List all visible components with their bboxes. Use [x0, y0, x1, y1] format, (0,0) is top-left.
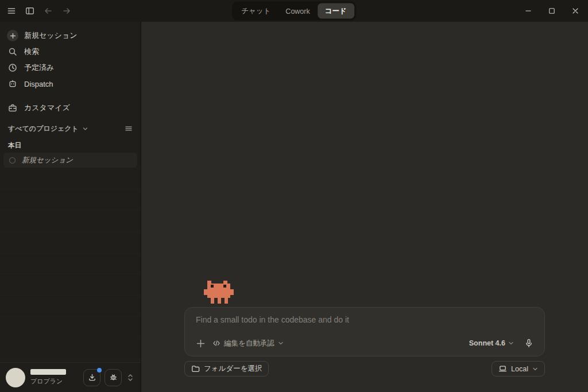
account-actions — [83, 369, 135, 386]
notification-dot — [97, 368, 102, 372]
user-name-redacted — [30, 369, 66, 375]
chevron-down-icon — [278, 340, 284, 346]
plan-label: プロプラン — [30, 377, 66, 386]
auto-approve-label: 編集を自動承認 — [224, 339, 274, 348]
session-list-item[interactable]: 新規セッション — [3, 153, 137, 168]
app-window: チャット Cowork コード 新規セッション — [0, 0, 588, 392]
back-arrow-icon[interactable] — [40, 3, 56, 19]
sidebar: 新規セッション 検索 予定済み Dispatch — [0, 22, 141, 392]
download-button[interactable] — [83, 369, 100, 386]
account-footer[interactable]: プロプラン — [0, 362, 141, 392]
composer-controls: 編集を自動承認 Sonnet 4.6 — [193, 336, 536, 351]
sidebar-item-search[interactable]: 検索 — [0, 44, 141, 60]
composer-box: 編集を自動承認 Sonnet 4.6 — [184, 307, 545, 356]
sidebar-empty-area — [0, 168, 141, 362]
spinner-icon — [9, 157, 16, 164]
auto-approve-edits-button[interactable]: 編集を自動承認 — [208, 336, 288, 351]
sidebar-item-scheduled[interactable]: 予定済み — [0, 60, 141, 76]
projects-filter-label[interactable]: すべてのプロジェクト — [8, 124, 79, 134]
microphone-icon — [524, 338, 534, 348]
plus-icon — [7, 30, 18, 41]
sidebar-item-label: 新規セッション — [24, 30, 78, 41]
plus-icon — [196, 339, 206, 348]
composer-right-controls: Sonnet 4.6 — [469, 336, 536, 351]
titlebar-left-controls — [0, 3, 75, 19]
model-label: Sonnet 4.6 — [469, 339, 505, 347]
tab-cowork[interactable]: Cowork — [278, 4, 317, 18]
code-icon — [212, 339, 220, 347]
microphone-button[interactable] — [521, 336, 536, 351]
chevron-down-icon[interactable] — [82, 126, 88, 132]
titlebar: チャット Cowork コード — [0, 0, 588, 22]
folder-icon — [191, 364, 200, 373]
location-selector-button[interactable]: Local — [492, 361, 545, 377]
sidebar-item-label: 検索 — [24, 46, 39, 57]
bug-icon — [109, 373, 118, 382]
account-info: プロプラン — [30, 369, 66, 386]
forward-arrow-icon[interactable] — [59, 3, 75, 19]
hamburger-menu-icon[interactable] — [3, 3, 20, 19]
claude-pixel-mascot — [204, 281, 234, 304]
prompt-input[interactable] — [193, 315, 536, 328]
avatar[interactable] — [6, 368, 25, 387]
download-icon — [88, 373, 96, 382]
select-folder-button[interactable]: フォルダーを選択 — [184, 361, 269, 377]
toolbox-icon — [7, 102, 18, 114]
model-selector[interactable]: Sonnet 4.6 — [469, 339, 514, 347]
laptop-icon — [498, 364, 507, 373]
tab-chat[interactable]: チャット — [234, 3, 278, 19]
attach-plus-button[interactable] — [193, 336, 208, 351]
location-label: Local — [511, 365, 528, 373]
window-controls — [516, 0, 588, 22]
sidebar-item-dispatch[interactable]: Dispatch — [0, 76, 141, 92]
projects-filter-row: すべてのプロジェクト — [0, 122, 141, 135]
sidebar-item-label: カスタマイズ — [24, 103, 70, 113]
sidebar-item-label: 予定済み — [24, 63, 54, 73]
sidebar-item-customize[interactable]: カスタマイズ — [0, 100, 141, 116]
filter-icon[interactable] — [125, 125, 133, 133]
search-icon — [7, 46, 18, 57]
robot-icon — [7, 78, 18, 90]
close-icon[interactable] — [563, 0, 587, 22]
sidebar-toggle-icon[interactable] — [22, 3, 38, 19]
session-item-label: 新規セッション — [22, 156, 73, 165]
select-folder-label: フォルダーを選択 — [204, 364, 262, 374]
sidebar-item-label: Dispatch — [24, 80, 53, 88]
composer-column: 編集を自動承認 Sonnet 4.6 — [184, 281, 545, 377]
sidebar-item-new-session[interactable]: 新規セッション — [0, 28, 141, 44]
composer-footer-row: フォルダーを選択 Local — [184, 361, 545, 377]
clock-icon — [7, 62, 18, 73]
tab-code[interactable]: コード — [318, 3, 354, 19]
chevron-down-icon — [508, 340, 514, 346]
chevron-up-down-icon[interactable] — [126, 373, 135, 382]
maximize-icon[interactable] — [540, 0, 563, 22]
section-header-today: 本日 — [0, 141, 141, 149]
main-area: 編集を自動承認 Sonnet 4.6 — [141, 22, 588, 392]
minimize-icon[interactable] — [516, 0, 540, 22]
window-body: 新規セッション 検索 予定済み Dispatch — [0, 22, 588, 392]
mode-tab-group: チャット Cowork コード — [232, 2, 356, 21]
chevron-down-icon — [532, 366, 538, 372]
bug-report-button[interactable] — [105, 369, 122, 386]
